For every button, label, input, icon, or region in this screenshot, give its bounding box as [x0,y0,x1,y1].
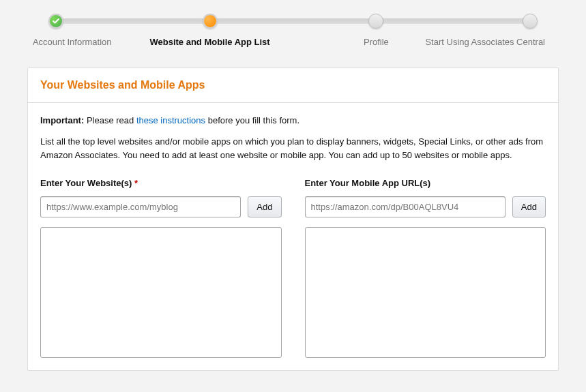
mobileapps-label: Enter Your Mobile App URL(s) [305,178,546,188]
add-mobileapp-button[interactable]: Add [512,196,546,217]
mobileapps-list[interactable] [305,227,546,358]
websites-label: Enter Your Website(s) * [40,178,282,188]
pending-step-icon [523,14,538,29]
website-input[interactable] [40,196,241,217]
description-text: List all the top level websites and/or m… [40,135,546,162]
important-after: before you fill this form. [205,115,299,125]
active-step-icon [203,14,218,29]
mobileapp-input[interactable] [305,196,506,217]
important-label: Important: [40,115,84,125]
websites-column: Enter Your Website(s) * Add [40,178,282,358]
add-website-button[interactable]: Add [248,196,281,217]
step-label-profile: Profile [364,37,389,47]
websites-list[interactable] [40,227,282,358]
required-indicator: * [134,178,138,188]
step-label-start: Start Using Associates Central [425,37,545,47]
main-card: Your Websites and Mobile Apps Important:… [27,67,559,371]
progress-track [50,18,536,24]
pending-step-icon [368,14,383,29]
mobileapps-column: Enter Your Mobile App URL(s) Add [305,178,546,358]
instructions-link[interactable]: these instructions [136,115,205,125]
important-notice: Important: Please read these instruction… [40,115,546,125]
important-before: Please read [84,115,136,125]
progress-stepper: Account Information Website and Mobile A… [0,0,586,67]
card-title: Your Websites and Mobile Apps [40,79,546,91]
check-icon [48,14,63,29]
card-header: Your Websites and Mobile Apps [28,68,558,103]
step-label-website: Website and Mobile App List [149,37,269,47]
step-label-account: Account Information [33,37,112,47]
